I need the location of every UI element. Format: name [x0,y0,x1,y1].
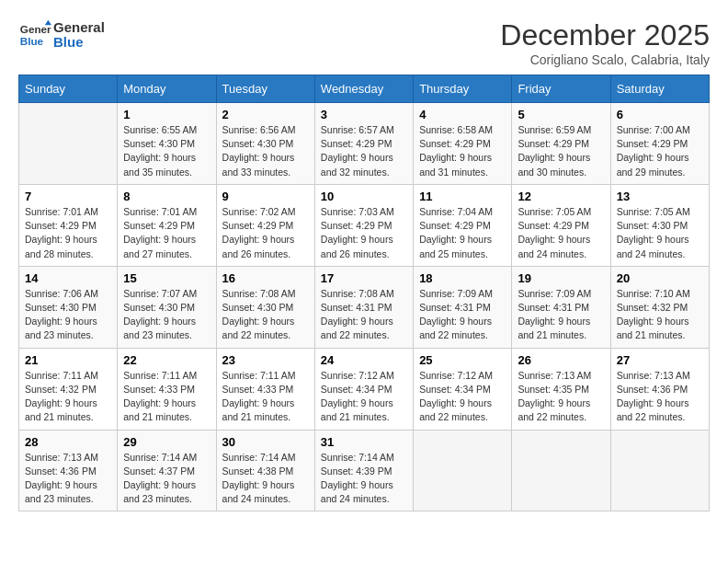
day-info: Sunrise: 7:11 AM Sunset: 4:33 PM Dayligh… [222,369,309,425]
calendar-cell: 13Sunrise: 7:05 AM Sunset: 4:30 PM Dayli… [610,184,709,266]
day-number: 19 [518,271,604,285]
calendar-cell: 3Sunrise: 6:57 AM Sunset: 4:29 PM Daylig… [314,103,413,185]
day-number: 12 [518,190,604,203]
day-number: 16 [222,271,309,285]
title-block: December 2025 Corigliano Scalo, Calabria… [500,18,710,67]
calendar-cell: 24Sunrise: 7:12 AM Sunset: 4:34 PM Dayli… [314,348,413,430]
day-info: Sunrise: 7:14 AM Sunset: 4:37 PM Dayligh… [123,451,210,507]
svg-text:Blue: Blue [20,35,44,47]
day-number: 13 [617,190,703,203]
day-info: Sunrise: 6:55 AM Sunset: 4:30 PM Dayligh… [123,123,210,179]
calendar-cell [610,430,709,511]
day-number: 24 [321,353,407,367]
day-info: Sunrise: 7:00 AM Sunset: 4:29 PM Dayligh… [617,123,703,179]
calendar-cell: 8Sunrise: 7:01 AM Sunset: 4:29 PM Daylig… [118,184,216,266]
day-number: 21 [25,353,111,367]
calendar-cell: 22Sunrise: 7:11 AM Sunset: 4:33 PM Dayli… [118,348,216,430]
calendar-cell: 31Sunrise: 7:14 AM Sunset: 4:39 PM Dayli… [314,430,413,511]
calendar-cell: 7Sunrise: 7:01 AM Sunset: 4:29 PM Daylig… [19,184,118,266]
weekday-header: Wednesday [314,75,413,103]
calendar-cell: 27Sunrise: 7:13 AM Sunset: 4:36 PM Dayli… [610,348,709,430]
weekday-header: Friday [512,75,610,103]
day-number: 29 [123,435,210,449]
day-number: 7 [25,190,111,203]
day-info: Sunrise: 6:58 AM Sunset: 4:29 PM Dayligh… [419,123,506,179]
day-info: Sunrise: 7:02 AM Sunset: 4:29 PM Dayligh… [222,205,309,261]
day-info: Sunrise: 7:10 AM Sunset: 4:32 PM Dayligh… [617,287,703,343]
calendar-cell: 20Sunrise: 7:10 AM Sunset: 4:32 PM Dayli… [610,266,709,348]
calendar-cell: 9Sunrise: 7:02 AM Sunset: 4:29 PM Daylig… [216,184,314,266]
day-number: 3 [321,108,407,121]
day-number: 4 [419,108,506,121]
weekday-header: Sunday [19,75,118,103]
day-number: 23 [222,353,309,367]
page-header: General Blue General Blue December 2025 … [18,18,710,67]
day-number: 17 [321,271,407,285]
day-info: Sunrise: 7:08 AM Sunset: 4:30 PM Dayligh… [222,287,309,343]
day-info: Sunrise: 6:56 AM Sunset: 4:30 PM Dayligh… [222,123,309,179]
calendar-cell: 4Sunrise: 6:58 AM Sunset: 4:29 PM Daylig… [414,103,512,185]
calendar-cell: 6Sunrise: 7:00 AM Sunset: 4:29 PM Daylig… [610,103,709,185]
day-info: Sunrise: 7:05 AM Sunset: 4:29 PM Dayligh… [518,205,604,261]
day-info: Sunrise: 7:12 AM Sunset: 4:34 PM Dayligh… [419,369,506,425]
day-info: Sunrise: 7:03 AM Sunset: 4:29 PM Dayligh… [321,205,407,261]
day-info: Sunrise: 7:11 AM Sunset: 4:33 PM Dayligh… [123,369,210,425]
day-info: Sunrise: 7:13 AM Sunset: 4:36 PM Dayligh… [617,369,703,425]
calendar-week-row: 14Sunrise: 7:06 AM Sunset: 4:30 PM Dayli… [19,266,710,348]
day-info: Sunrise: 7:05 AM Sunset: 4:30 PM Dayligh… [617,205,703,261]
calendar-cell: 11Sunrise: 7:04 AM Sunset: 4:29 PM Dayli… [414,184,512,266]
month-title: December 2025 [500,18,710,52]
calendar-cell: 5Sunrise: 6:59 AM Sunset: 4:29 PM Daylig… [512,103,610,185]
calendar-cell: 1Sunrise: 6:55 AM Sunset: 4:30 PM Daylig… [118,103,216,185]
weekday-header: Saturday [610,75,709,103]
day-number: 26 [518,353,604,367]
calendar-header: SundayMondayTuesdayWednesdayThursdayFrid… [19,75,710,103]
calendar-cell [19,103,118,185]
calendar-cell: 19Sunrise: 7:09 AM Sunset: 4:31 PM Dayli… [512,266,610,348]
day-number: 8 [123,190,210,203]
day-info: Sunrise: 7:04 AM Sunset: 4:29 PM Dayligh… [419,205,506,261]
weekday-header: Thursday [414,75,512,103]
calendar-week-row: 1Sunrise: 6:55 AM Sunset: 4:30 PM Daylig… [19,103,710,185]
day-info: Sunrise: 7:07 AM Sunset: 4:30 PM Dayligh… [123,287,210,343]
day-number: 27 [617,353,703,367]
day-info: Sunrise: 7:09 AM Sunset: 4:31 PM Dayligh… [518,287,604,343]
calendar-cell: 16Sunrise: 7:08 AM Sunset: 4:30 PM Dayli… [216,266,314,348]
logo: General Blue General Blue [18,18,105,52]
day-number: 25 [419,353,506,367]
logo-icon: General Blue [18,18,51,52]
day-number: 20 [617,271,703,285]
calendar-cell: 26Sunrise: 7:13 AM Sunset: 4:35 PM Dayli… [512,348,610,430]
calendar-cell: 14Sunrise: 7:06 AM Sunset: 4:30 PM Dayli… [19,266,118,348]
calendar-week-row: 21Sunrise: 7:11 AM Sunset: 4:32 PM Dayli… [19,348,710,430]
day-info: Sunrise: 7:14 AM Sunset: 4:39 PM Dayligh… [321,451,407,507]
calendar-cell: 15Sunrise: 7:07 AM Sunset: 4:30 PM Dayli… [118,266,216,348]
calendar-cell: 28Sunrise: 7:13 AM Sunset: 4:36 PM Dayli… [19,430,118,511]
day-info: Sunrise: 7:11 AM Sunset: 4:32 PM Dayligh… [25,369,111,425]
day-info: Sunrise: 7:14 AM Sunset: 4:38 PM Dayligh… [222,451,309,507]
day-info: Sunrise: 6:59 AM Sunset: 4:29 PM Dayligh… [518,123,604,179]
day-number: 18 [419,271,506,285]
day-number: 11 [419,190,506,203]
calendar-cell: 29Sunrise: 7:14 AM Sunset: 4:37 PM Dayli… [118,430,216,511]
day-info: Sunrise: 7:06 AM Sunset: 4:30 PM Dayligh… [25,287,111,343]
calendar-cell: 25Sunrise: 7:12 AM Sunset: 4:34 PM Dayli… [414,348,512,430]
calendar-cell: 23Sunrise: 7:11 AM Sunset: 4:33 PM Dayli… [216,348,314,430]
day-info: Sunrise: 7:01 AM Sunset: 4:29 PM Dayligh… [25,205,111,261]
calendar-cell: 18Sunrise: 7:09 AM Sunset: 4:31 PM Dayli… [414,266,512,348]
calendar-cell: 12Sunrise: 7:05 AM Sunset: 4:29 PM Dayli… [512,184,610,266]
calendar-week-row: 7Sunrise: 7:01 AM Sunset: 4:29 PM Daylig… [19,184,710,266]
calendar-body: 1Sunrise: 6:55 AM Sunset: 4:30 PM Daylig… [19,103,710,511]
location-subtitle: Corigliano Scalo, Calabria, Italy [500,52,710,67]
day-info: Sunrise: 7:01 AM Sunset: 4:29 PM Dayligh… [123,205,210,261]
day-number: 6 [617,108,703,121]
day-number: 1 [123,108,210,121]
calendar-cell [414,430,512,511]
day-info: Sunrise: 7:08 AM Sunset: 4:31 PM Dayligh… [321,287,407,343]
day-number: 2 [222,108,309,121]
day-number: 22 [123,353,210,367]
day-info: Sunrise: 7:13 AM Sunset: 4:35 PM Dayligh… [518,369,604,425]
day-number: 5 [518,108,604,121]
day-number: 31 [321,435,407,449]
day-info: Sunrise: 6:57 AM Sunset: 4:29 PM Dayligh… [321,123,407,179]
